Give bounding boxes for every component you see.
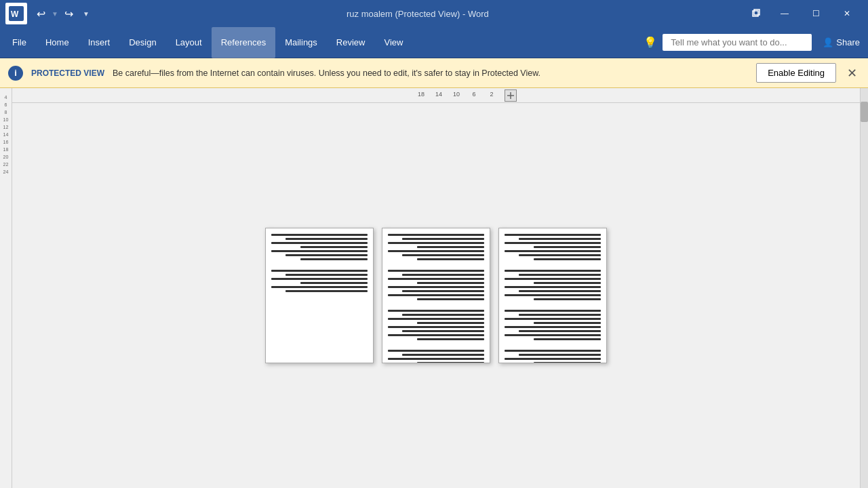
enable-editing-button[interactable]: Enable Editing [756, 63, 836, 83]
ruler-marker [505, 89, 517, 102]
document-area: 4 6 8 10 12 14 16 18 20 22 24 18 14 10 6… [0, 88, 868, 488]
restore-window-button[interactable] [746, 5, 766, 22]
top-ruler: 18 14 10 6 2 2 [12, 88, 860, 103]
svg-rect-2 [753, 11, 758, 16]
svg-rect-3 [754, 9, 760, 15]
window-controls: — ☐ ✕ [769, 3, 863, 24]
title-bar-right: — ☐ ✕ [746, 3, 863, 24]
tab-design[interactable]: Design [119, 27, 165, 58]
protected-view-label: PROTECTED VIEW [31, 68, 104, 78]
tab-home[interactable]: Home [36, 27, 79, 58]
tell-me-input[interactable] [663, 34, 812, 51]
document-page-3 [498, 228, 607, 363]
document-title: ruz moalem (Protected View) - Word [90, 9, 746, 19]
maximize-button[interactable]: ☐ [800, 3, 831, 24]
share-button[interactable]: 👤 Share [817, 35, 865, 50]
pages-container [252, 103, 620, 488]
undo-redo-group: ↩ ▼ ↪ [31, 4, 79, 23]
tab-layout[interactable]: Layout [166, 27, 212, 58]
page-2-content [382, 228, 490, 363]
share-icon: 👤 [823, 37, 833, 47]
lightbulb-icon: 💡 [644, 36, 657, 49]
tab-references[interactable]: References [212, 27, 275, 58]
redo-button[interactable]: ↪ [60, 4, 79, 23]
qat-dropdown[interactable]: ▼ [83, 10, 90, 18]
left-ruler: 4 6 8 10 12 14 16 18 20 22 24 [0, 88, 12, 488]
tab-mailings[interactable]: Mailings [275, 27, 327, 58]
word-logo: W [5, 3, 27, 24]
info-icon: i [8, 66, 23, 81]
title-bar-left: W ↩ ▼ ↪ ▼ [5, 3, 90, 24]
page-3-content [499, 228, 606, 363]
tab-view[interactable]: View [374, 27, 412, 58]
ruler-numbers: 18 14 10 6 2 2 [412, 91, 518, 98]
close-button[interactable]: ✕ [831, 3, 863, 24]
tab-insert[interactable]: Insert [79, 27, 120, 58]
protected-view-close-button[interactable]: ✕ [844, 66, 860, 81]
tab-file[interactable]: File [3, 27, 36, 58]
tab-review[interactable]: Review [327, 27, 375, 58]
page-1-content [266, 228, 373, 363]
ribbon-right: 💡 👤 Share [644, 34, 865, 51]
undo-button[interactable]: ↩ [31, 4, 50, 23]
vertical-scrollbar[interactable] [860, 88, 868, 488]
ribbon: File Home Insert Design Layout Reference… [0, 27, 868, 58]
protected-view-bar: i PROTECTED VIEW Be careful—files from t… [0, 58, 868, 88]
document-page-2 [382, 228, 490, 363]
title-bar: W ↩ ▼ ↪ ▼ ruz moalem (Protected View) - … [0, 0, 868, 27]
document-page-1 [265, 228, 374, 363]
main-content: 18 14 10 6 2 2 [12, 88, 860, 488]
minimize-button[interactable]: — [769, 3, 800, 24]
svg-text:W: W [11, 9, 19, 19]
protected-view-message: Be careful—files from the Internet can c… [113, 68, 748, 78]
